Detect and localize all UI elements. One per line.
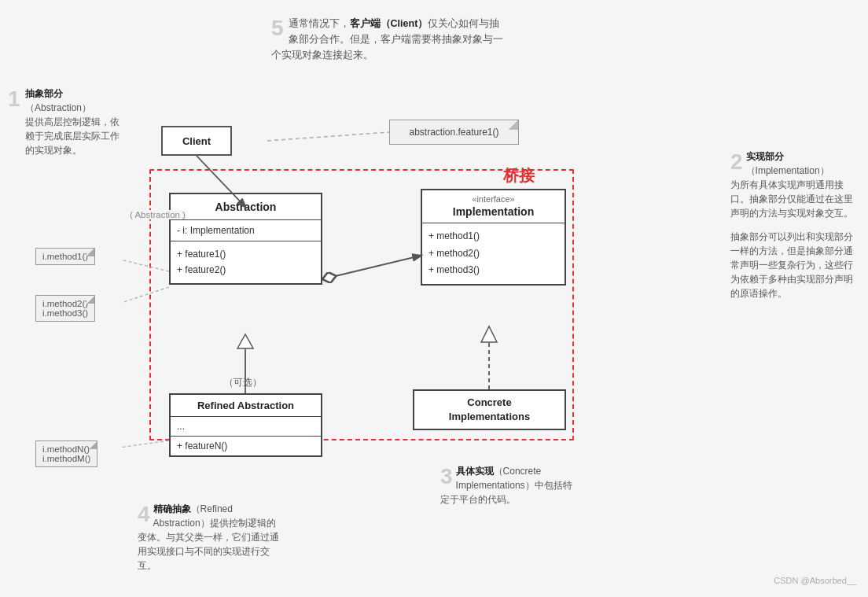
optional-label: （可选） bbox=[224, 376, 262, 389]
abstraction-title: Abstraction bbox=[171, 194, 321, 220]
annotation-2-text: 实现部分（Implementation） 为所有具体实现声明通用接口。抽象部分仅… bbox=[730, 149, 860, 220]
main-container: 5 通常情况下，客户端（Client）仅关心如何与抽象部分合作。但是，客户端需要… bbox=[0, 0, 868, 597]
bridge-label: 桥接 bbox=[503, 165, 535, 186]
feature1-box: abstraction.feature1() bbox=[389, 120, 519, 145]
annotation-2-text2: 抽象部分可以列出和实现部分一样的方法，但是抽象部分通常声明一些复杂行为，这些行为… bbox=[730, 230, 860, 300]
annotation-5: 5 通常情况下，客户端（Client）仅关心如何与抽象部分合作。但是，客户端需要… bbox=[271, 16, 503, 63]
annotation-5-text: 通常情况下，客户端（Client）仅关心如何与抽象部分合作。但是，客户端需要将抽… bbox=[271, 16, 503, 63]
implementation-stereotype: «interface» bbox=[422, 190, 565, 205]
concrete-title: Concrete Implementations bbox=[414, 391, 565, 429]
client-box: Client bbox=[161, 126, 232, 156]
concrete-class: Concrete Implementations bbox=[413, 389, 566, 430]
implementation-title: Implementation bbox=[422, 205, 565, 223]
annotation-2-num: 2 bbox=[730, 149, 743, 175]
annotation-1: 1 抽象部分（Abstraction） 提供高层控制逻辑，依赖于完成底层实际工作… bbox=[8, 87, 122, 157]
methodNM-dashed bbox=[122, 440, 169, 448]
refined-title: Refined Abstraction bbox=[171, 395, 321, 417]
abstraction-label: ( Abstraction ) bbox=[128, 210, 187, 219]
refined-class: Refined Abstraction ... + featureN() bbox=[169, 393, 322, 457]
method-box-1: i.method1() bbox=[35, 248, 95, 265]
method-box-3: i.methodN() i.methodM() bbox=[35, 440, 97, 467]
annotation-2: 2 实现部分（Implementation） 为所有具体实现声明通用接口。抽象部… bbox=[730, 149, 860, 300]
refined-method: + featureN() bbox=[171, 437, 321, 455]
annotation-5-num: 5 bbox=[271, 16, 284, 41]
client-feature1-line bbox=[267, 132, 389, 141]
implementation-methods: + method1() + method2() + method3() bbox=[422, 223, 565, 284]
csdn-label: CSDN @Absorbed__ bbox=[774, 576, 856, 585]
annotation-1-text: 抽象部分（Abstraction） 提供高层控制逻辑，依赖于完成底层实际工作的实… bbox=[25, 87, 122, 157]
method-box-2: i.method2() i.method3() bbox=[35, 295, 95, 322]
diagram: 桥接 Client abstraction.feature1() Abstrac… bbox=[122, 102, 680, 551]
abstraction-methods: + feature1() + feature2() bbox=[171, 241, 321, 283]
abstraction-class: Abstraction - i: Implementation + featur… bbox=[169, 193, 322, 285]
annotation-1-num: 1 bbox=[8, 87, 20, 112]
implementation-class: «interface» Implementation + method1() +… bbox=[421, 189, 566, 286]
refined-dots: ... bbox=[171, 417, 321, 437]
abstraction-field: - i: Implementation bbox=[171, 220, 321, 241]
